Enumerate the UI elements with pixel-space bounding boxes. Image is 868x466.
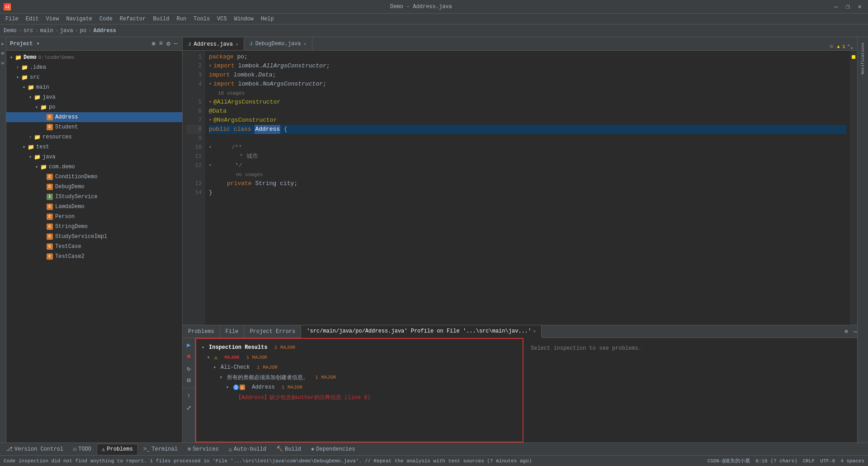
tree-item-studyserviceimpl[interactable]: C StudyServiceImpl [6, 232, 182, 242]
tree-item-person[interactable]: C Person [6, 212, 182, 222]
notifications-tab[interactable]: Notifications [859, 39, 867, 78]
bnav-build[interactable]: 🔨 Build [272, 444, 306, 454]
menu-edit[interactable]: Edit [22, 15, 42, 23]
menu-window[interactable]: Window [231, 15, 257, 23]
bottom-tab-file[interactable]: File [220, 325, 245, 338]
tree-item-istudyservice[interactable]: I IStudyService [6, 192, 182, 202]
bnav-problems[interactable]: ⚠ Problems [97, 444, 138, 455]
expand-resources[interactable]: › [27, 135, 33, 140]
tab-address[interactable]: J Address.java ✕ [183, 38, 244, 50]
maximize-button[interactable]: ❐ [843, 2, 852, 11]
status-indent[interactable]: 4 spaces [840, 458, 864, 464]
sidebar-structure-icon[interactable]: S [0, 58, 6, 68]
tree-item-testcase[interactable]: C TestCase [6, 242, 182, 252]
tree-item-idea[interactable]: › 📁 .idea [6, 62, 182, 72]
tab-close-address[interactable]: ✕ [236, 42, 238, 47]
status-position[interactable]: 8:16 (7 chars) [755, 458, 797, 464]
bnav-terminal[interactable]: >_ Terminal [139, 444, 182, 454]
menu-navigate[interactable]: Navigate [62, 15, 96, 23]
expand-src[interactable]: ▾ [14, 75, 21, 80]
stop-btn[interactable]: ■ [184, 352, 194, 361]
nav-address[interactable]: Address [93, 28, 116, 34]
tree-item-comdemo[interactable]: ▾ 📁 com.demo [6, 162, 182, 172]
bnav-dependencies[interactable]: ◈ Dependencies [307, 444, 360, 454]
expand-demo[interactable]: ▾ [8, 55, 14, 60]
insp-item-error-msg[interactable]: 【Address】缺少包含@author的注释信息 (line 8) [200, 392, 519, 402]
bottom-settings-icon[interactable]: ⚙ [844, 328, 851, 335]
menu-refactor[interactable]: Refactor [116, 15, 150, 23]
tree-item-resources[interactable]: › 📁 resources [6, 132, 182, 142]
insp-item-alicheck[interactable]: ▾ Ali-Check 1 MAJOR [200, 362, 519, 372]
fold-arrow-5[interactable]: ▾ [209, 98, 212, 107]
insp-item-rule[interactable]: ▾ 所有的类都必须添加创建者信息。 1 MAJOR [200, 372, 519, 382]
fold-arrow-7[interactable]: ▾ [209, 116, 212, 125]
filter-btn[interactable]: ⊟ [184, 375, 194, 385]
tree-item-main[interactable]: ▾ 📁 main [6, 82, 182, 92]
tab-close-debugdemo[interactable]: ✕ [304, 41, 307, 47]
nav-java[interactable]: java [60, 28, 73, 34]
bottom-tab-profile[interactable]: 'src/main/java/po/Address.java' Profile … [301, 325, 542, 338]
tree-item-testcase2[interactable]: C TestCase2 [6, 252, 182, 262]
project-dropdown-icon[interactable]: ▾ [36, 40, 39, 47]
tree-item-stringdemo[interactable]: C StringDemo [6, 222, 182, 232]
bottom-minimize-icon[interactable]: — [854, 328, 857, 335]
menu-help[interactable]: Help [257, 15, 278, 23]
run-inspection-btn[interactable]: ▶ [184, 340, 194, 350]
code-content[interactable]: package po; ▾ import lombok. AllArgsCons… [205, 51, 850, 325]
warning-nav-down[interactable]: ⌄ [850, 43, 854, 50]
tree-item-debugdemo[interactable]: C DebugDemo [6, 182, 182, 192]
sidebar-project-icon[interactable]: P [0, 39, 6, 48]
insp-item-results[interactable]: ▾ Inspection Results 1 MAJOR [200, 342, 519, 352]
tree-item-lamdademo[interactable]: C LamdaDemo [6, 202, 182, 212]
expand-btn[interactable]: ⤢ [184, 403, 194, 413]
menu-file[interactable]: File [2, 15, 22, 23]
gutter-warning-1[interactable] [852, 55, 855, 59]
menu-build[interactable]: Build [149, 15, 173, 23]
expand-test-java[interactable]: ▾ [27, 154, 33, 160]
fold-arrow-12[interactable]: ▾ [209, 161, 212, 170]
bottom-tab-problems[interactable]: Problems [183, 325, 220, 338]
close-button[interactable]: ✕ [855, 2, 864, 11]
expand-idea[interactable]: › [14, 65, 21, 70]
export-btn[interactable]: ↑ [184, 391, 194, 401]
menu-run[interactable]: Run [173, 15, 190, 23]
menu-code[interactable]: Code [96, 15, 116, 23]
fold-arrow-2[interactable]: ▾ [209, 62, 212, 71]
insp-arrow-major[interactable]: ▾ [207, 355, 212, 360]
menu-vcs[interactable]: VCS [213, 15, 231, 23]
tree-item-test[interactable]: ▾ 📁 test [6, 142, 182, 152]
collapse-all-icon[interactable]: ≡ [158, 39, 164, 48]
nav-src[interactable]: src [24, 28, 33, 34]
tree-item-address[interactable]: C Address [6, 112, 182, 122]
tree-item-po[interactable]: ▾ 📁 po [6, 102, 182, 112]
fold-arrow-10[interactable]: ▾ [209, 143, 212, 152]
expand-java[interactable]: ▾ [27, 95, 33, 100]
insp-arrow-rule[interactable]: ▾ [220, 375, 225, 380]
rerun-btn[interactable]: ↻ [184, 363, 194, 373]
status-git[interactable]: CSDN·@迷失的小鹿 [708, 457, 750, 464]
tree-item-student[interactable]: C Student [6, 122, 182, 132]
bnav-todo[interactable]: ☑ TODO [69, 444, 96, 454]
insp-arrow-alicheck[interactable]: ▾ [213, 365, 219, 370]
tree-item-test-java[interactable]: ▾ 📁 java [6, 152, 182, 162]
menu-tools[interactable]: Tools [190, 15, 213, 23]
tree-item-demo[interactable]: ▾ 📁 Demo D:\code\Demo [6, 52, 182, 62]
insp-arrow-address-node[interactable]: ▾ [226, 385, 231, 390]
expand-comdemo[interactable]: ▾ [33, 164, 40, 170]
status-encoding[interactable]: UTF-8 [820, 458, 835, 464]
tree-item-conditiondemo[interactable]: C ConditionDemo [6, 172, 182, 182]
tab-debugdemo[interactable]: J DebugDemo.java ✕ [244, 38, 312, 50]
bnav-services[interactable]: ⚙ Services [183, 444, 223, 454]
menu-view[interactable]: View [42, 15, 63, 23]
insp-item-address-node[interactable]: ▾ i C Address 1 MAJOR [200, 382, 519, 392]
locate-icon[interactable]: ⊕ [151, 39, 156, 48]
minimize-button[interactable]: — [831, 2, 840, 11]
gear-icon[interactable]: ⚙ [165, 39, 171, 48]
bottom-tab-profile-close[interactable]: ✕ [533, 328, 536, 334]
sidebar-bookmarks-icon[interactable]: B [0, 48, 6, 58]
expand-po[interactable]: ▾ [33, 105, 40, 110]
insp-arrow-results[interactable]: ▾ [202, 345, 207, 350]
bnav-version-control[interactable]: ⎇ Version Control [2, 444, 68, 454]
hide-panel-icon[interactable]: — [173, 39, 179, 48]
nav-main[interactable]: main [40, 28, 53, 34]
